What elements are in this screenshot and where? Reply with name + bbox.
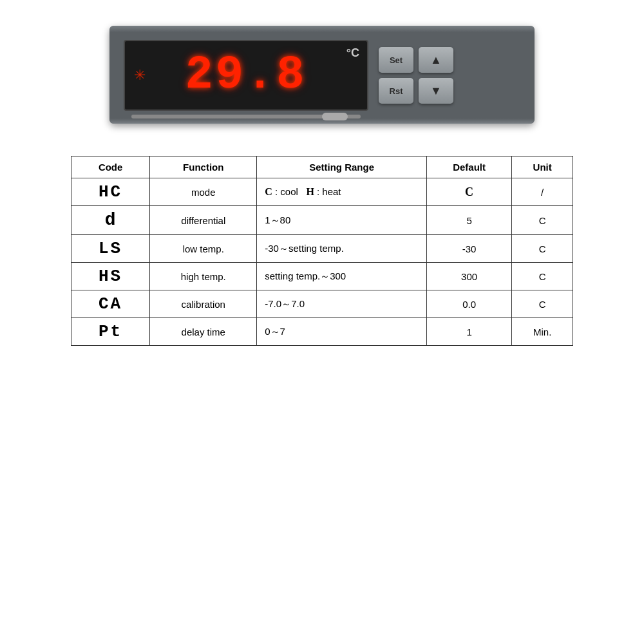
rst-button[interactable]: Rst [379, 78, 413, 104]
default-cell-1: 5 [426, 206, 511, 235]
settings-table: Code Function Setting Range Default Unit… [71, 156, 573, 346]
default-cell-0: C [426, 178, 511, 206]
col-header-function: Function [150, 156, 257, 178]
controller: °C ✳ 29.8 Set ▲ Rst ▼ [109, 26, 535, 124]
display-panel: °C ✳ 29.8 [124, 40, 368, 111]
range-cell-5: 0～7 [257, 318, 427, 346]
unit-cell-4: C [512, 290, 573, 318]
up-button[interactable]: ▲ [419, 47, 453, 73]
function-cell-2: low temp. [150, 235, 257, 263]
default-cell-5: 1 [426, 318, 511, 346]
snowflake-icon: ✳ [134, 67, 146, 84]
code-cell-3: HS [71, 263, 150, 290]
celsius-label: °C [346, 46, 359, 60]
code-cell-5: Pt [71, 318, 150, 346]
table-row: d differential 1～80 5 C [71, 206, 573, 235]
table-header-row: Code Function Setting Range Default Unit [71, 156, 573, 178]
code-cell-2: LS [71, 235, 150, 263]
table-row: CA calibration -7.0～7.0 0.0 C [71, 290, 573, 318]
range-cell-3: setting temp.～300 [257, 263, 427, 290]
code-cell-1: d [71, 206, 150, 235]
table-row: Pt delay time 0～7 1 Min. [71, 318, 573, 346]
function-cell-3: high temp. [150, 263, 257, 290]
temperature-display: 29.8 [185, 52, 307, 99]
code-cell-0: HC [71, 178, 150, 206]
controller-inner: °C ✳ 29.8 Set ▲ Rst ▼ [124, 40, 520, 111]
range-cell-4: -7.0～7.0 [257, 290, 427, 318]
settings-table-wrapper: Code Function Setting Range Default Unit… [71, 156, 573, 346]
function-cell-5: delay time [150, 318, 257, 346]
col-header-setting-range: Setting Range [257, 156, 427, 178]
track-bar [131, 115, 361, 118]
table-row: HC mode C : cool H : heat C / [71, 178, 573, 206]
col-header-default: Default [426, 156, 511, 178]
track-knob [322, 113, 348, 120]
col-header-code: Code [71, 156, 150, 178]
range-cell-2: -30～setting temp. [257, 235, 427, 263]
range-cell-1: 1～80 [257, 206, 427, 235]
default-cell-4: 0.0 [426, 290, 511, 318]
range-cell-0: C : cool H : heat [257, 178, 427, 206]
function-cell-1: differential [150, 206, 257, 235]
unit-cell-5: Min. [512, 318, 573, 346]
set-button[interactable]: Set [379, 47, 413, 73]
function-cell-0: mode [150, 178, 257, 206]
table-row: LS low temp. -30～setting temp. -30 C [71, 235, 573, 263]
unit-cell-2: C [512, 235, 573, 263]
unit-cell-1: C [512, 206, 573, 235]
down-button[interactable]: ▼ [419, 78, 453, 104]
function-cell-4: calibration [150, 290, 257, 318]
buttons-panel: Set ▲ Rst ▼ [379, 47, 453, 104]
default-cell-3: 300 [426, 263, 511, 290]
table-row: HS high temp. setting temp.～300 300 C [71, 263, 573, 290]
code-cell-4: CA [71, 290, 150, 318]
unit-cell-3: C [512, 263, 573, 290]
controller-wrapper: °C ✳ 29.8 Set ▲ Rst ▼ [109, 26, 535, 124]
default-cell-2: -30 [426, 235, 511, 263]
unit-cell-0: / [512, 178, 573, 206]
col-header-unit: Unit [512, 156, 573, 178]
